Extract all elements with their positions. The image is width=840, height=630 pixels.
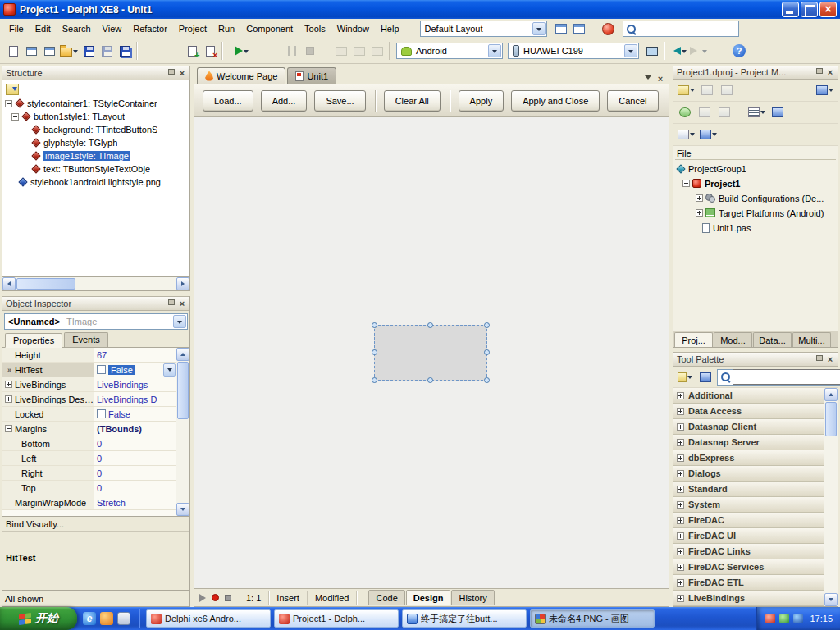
tab-history[interactable]: History [451,590,494,605]
target-platform-combo[interactable]: Android [396,43,503,59]
terminate-button[interactable] [301,41,319,61]
expand-icon[interactable] [696,194,703,202]
category-row[interactable]: Standard [673,482,824,497]
checkbox-icon[interactable] [97,365,106,374]
minimize-button[interactable] [782,2,799,17]
pm-up-button[interactable] [696,103,714,122]
expand-icon[interactable] [677,392,684,399]
expand-icon[interactable] [677,486,684,493]
save-all-button[interactable] [116,41,134,61]
pm-sort-button[interactable] [746,103,767,122]
tp-category-button[interactable] [676,368,694,387]
expand-icon[interactable] [677,579,684,587]
ide-search-box[interactable] [623,21,739,37]
task-button[interactable]: 终于搞定了往butt... [402,609,527,628]
task-button[interactable]: Project1 - Delph... [274,609,399,628]
menu-run[interactable]: Run [212,21,240,37]
tree-item[interactable]: glyphstyle: TGlyph [2,136,189,149]
resize-handle[interactable] [372,377,377,383]
tree-item[interactable]: text: TButtonStyleTextObje [2,162,189,176]
expand-icon[interactable] [5,381,12,388]
menu-view[interactable]: View [97,21,128,37]
bind-visually-link[interactable]: Bind Visually... [2,517,189,532]
category-row[interactable]: FireDAC Services [673,559,824,575]
tree-item[interactable]: stylecontainer1: TStyleContainer [2,97,189,110]
quick-launch-icon[interactable] [100,612,113,625]
tab-properties[interactable]: Properties [5,333,62,348]
tray-icon[interactable] [793,614,803,623]
step-over-button[interactable] [350,41,368,61]
pm-view-button[interactable] [815,80,835,100]
tree-item[interactable]: Build Configurations (De... [673,191,838,206]
clear-all-button[interactable]: Clear All [384,90,441,112]
pm-new-button[interactable] [676,80,696,100]
start-button[interactable]: 开始 [0,607,77,630]
tool-palette-search-box[interactable] [717,369,840,386]
category-row[interactable]: dbExpress [673,450,824,466]
tab-data[interactable]: Data... [753,332,792,347]
resize-handle[interactable] [484,349,490,355]
property-row[interactable]: LiveBindings Designer LiveBindings D [2,392,189,407]
structure-horizontal-scrollbar[interactable] [2,277,190,291]
macro-record-icon[interactable] [212,594,219,601]
tp-wizard-button[interactable] [696,368,714,387]
property-row[interactable]: LiveBindings LiveBindings [2,377,189,392]
expand-icon[interactable] [677,408,684,415]
expand-icon[interactable] [677,548,684,555]
selected-image-component[interactable] [374,325,487,381]
tray-icon[interactable] [765,614,775,623]
property-row[interactable]: Locked False [2,407,189,422]
expand-icon[interactable] [677,423,684,431]
property-row[interactable]: Bottom 0 [2,436,189,451]
combo-dropdown-icon[interactable] [173,315,186,328]
structure-new-item-button[interactable] [6,84,19,95]
scrollbar-thumb[interactable] [16,278,75,290]
scroll-up-icon[interactable] [824,388,838,401]
close-panel-icon[interactable] [178,299,186,308]
menu-refactor[interactable]: Refactor [127,21,173,37]
pm-build-config-button[interactable] [676,125,696,144]
category-row[interactable]: Dialogs [673,466,824,482]
tree-item[interactable]: Project1 [673,176,838,191]
save-as-button[interactable] [98,41,116,61]
scrollbar-thumb[interactable] [177,362,189,419]
property-row[interactable]: Left 0 [2,451,189,466]
embarcadero-orb-button[interactable] [600,19,618,39]
tree-item[interactable]: Unit1.pas [673,221,838,235]
open-project-button[interactable] [40,41,58,61]
internet-explorer-icon[interactable] [83,612,96,625]
checkbox-icon[interactable] [97,409,106,418]
apply-button[interactable]: Apply [459,90,504,112]
collapse-icon[interactable] [5,425,12,432]
resize-handle[interactable] [372,322,377,328]
tray-icon[interactable] [779,614,789,623]
tool-palette-search-input[interactable] [733,369,840,385]
pm-platform-button[interactable] [698,125,719,144]
resize-handle[interactable] [484,377,490,383]
tree-item[interactable]: background: TTintedButtonS [2,123,189,136]
category-row[interactable]: FireDAC ETL [673,575,824,591]
scroll-left-icon[interactable] [2,277,16,290]
expand-icon[interactable] [677,517,684,524]
navigate-back-button[interactable] [668,41,688,61]
property-row[interactable]: Right 0 [2,466,189,481]
menu-window[interactable]: Window [331,21,375,37]
close-panel-icon[interactable] [826,354,834,364]
tab-multi[interactable]: Multi... [792,332,831,347]
menu-search[interactable]: Search [57,21,97,37]
task-button-active[interactable]: 未命名4.PNG - 画图 [530,609,655,628]
menu-file[interactable]: File [3,21,30,37]
scroll-right-icon[interactable] [176,277,189,290]
save-button[interactable] [80,41,98,61]
close-button[interactable] [819,2,837,17]
category-row[interactable]: Data Access [673,404,824,419]
pm-package-button[interactable] [769,103,787,122]
scroll-down-icon[interactable] [176,503,189,516]
tab-project[interactable]: Proj... [674,332,713,347]
category-row[interactable]: Datasnap Client [673,419,824,435]
macro-play-icon[interactable] [199,594,206,602]
category-row[interactable]: System [673,497,824,513]
pm-remove-button[interactable] [698,80,716,100]
scroll-up-icon[interactable] [176,348,189,361]
combo-dropdown-icon[interactable] [532,22,546,35]
